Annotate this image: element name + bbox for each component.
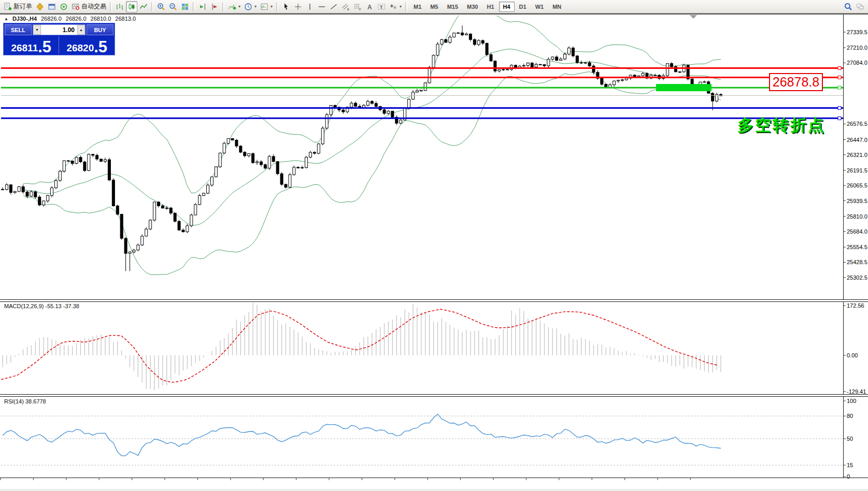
candle: [34, 192, 37, 197]
pane-separator[interactable]: [0, 299, 868, 302]
dropdown-arrow-icon: ▾: [400, 4, 402, 9]
rsi-axis-label: 50: [847, 436, 853, 442]
buy-price[interactable]: 26820.5: [61, 36, 114, 54]
navigator-button[interactable]: [58, 1, 69, 12]
chart-bars-icon: [116, 3, 124, 11]
timeframe-D1[interactable]: D1: [515, 2, 531, 12]
timeframe-H1[interactable]: H1: [482, 2, 498, 12]
candle: [141, 236, 144, 245]
market-watch-button[interactable]: [34, 1, 46, 12]
price-axis[interactable]: 27339.527210.027084.026576.526447.026321…: [844, 15, 868, 478]
sell-button[interactable]: SELL: [5, 24, 32, 35]
price-axis-label: 25302.5: [847, 275, 867, 281]
text-label-button[interactable]: T: [376, 1, 387, 12]
candle: [712, 93, 714, 101]
timeframe-M1[interactable]: M1: [409, 2, 425, 12]
candle: [13, 192, 16, 193]
data-window-button[interactable]: [46, 1, 58, 12]
tile-windows-button[interactable]: [179, 1, 191, 12]
volume-increase-button[interactable]: ▲: [77, 25, 85, 35]
cursor-button[interactable]: [280, 1, 292, 12]
candle: [104, 160, 107, 161]
market-watch-icon: [36, 3, 44, 11]
periods-button[interactable]: ▾: [243, 1, 258, 12]
cycles-button[interactable]: ▾: [388, 1, 403, 12]
equidistant-channel-button[interactable]: E: [340, 1, 351, 12]
auto-scroll-icon: [198, 3, 207, 11]
chart-plot[interactable]: [0, 0, 868, 491]
dropdown-arrow-icon: ▾: [238, 4, 240, 9]
hline-endpoint[interactable]: [838, 76, 841, 79]
candle: [440, 39, 443, 44]
price-annotation-label[interactable]: 26878.8: [769, 73, 823, 91]
autotrading-icon: [72, 3, 80, 11]
chart-candles-button[interactable]: [126, 1, 137, 12]
candle: [461, 33, 464, 35]
text-icon: A: [365, 3, 374, 11]
main-chart-area[interactable]: [1, 4, 843, 275]
price-axis-label: 26065.5: [847, 182, 867, 189]
zoom-out-button[interactable]: [167, 1, 179, 12]
toolbar-separator: [405, 2, 407, 11]
candle: [210, 177, 213, 185]
volume-input[interactable]: [41, 25, 77, 35]
new-order-button[interactable]: 新订单: [2, 1, 34, 12]
fibonacci-button[interactable]: F: [352, 1, 363, 12]
price-axis-label: 25684.0: [847, 228, 867, 235]
time-axis[interactable]: 16 Aug 201920 Aug 00:0021 Aug 08:0022 Au…: [0, 478, 868, 491]
candle: [408, 99, 410, 109]
timeframe-H4[interactable]: H4: [499, 2, 515, 12]
candle: [400, 120, 402, 123]
chart-line-button[interactable]: [138, 1, 149, 12]
volume-decrease-button[interactable]: ▼: [33, 25, 41, 35]
cn-annotation-text[interactable]: 多空转折点: [737, 114, 826, 136]
chart-bars-button[interactable]: [114, 1, 125, 12]
macd-indicator-label: MACD(12,26,9) -55.13 -37.38: [4, 303, 79, 309]
timeframe-W1[interactable]: W1: [531, 2, 548, 12]
zoom-out-icon: [169, 3, 177, 11]
candle: [260, 162, 262, 165]
candle: [375, 104, 377, 107]
zoom-in-button[interactable]: [155, 1, 167, 12]
chart-shift-button[interactable]: [209, 1, 220, 12]
buy-button[interactable]: BUY: [87, 24, 113, 35]
new-order-label: 新订单: [13, 2, 32, 11]
autotrading-button[interactable]: 自动交易: [70, 1, 108, 12]
hline-endpoint[interactable]: [838, 67, 841, 70]
chart-shift-marker[interactable]: [690, 15, 697, 19]
hline-endpoint[interactable]: [838, 117, 841, 120]
vertical-line-button[interactable]: [304, 1, 316, 12]
hline-endpoint[interactable]: [838, 107, 841, 110]
indicators-button[interactable]: ▾: [226, 1, 242, 12]
timeframe-M15[interactable]: M15: [443, 2, 462, 12]
ohlc-open: 26826.0: [41, 16, 62, 22]
candle: [535, 64, 537, 67]
text-button[interactable]: A: [364, 1, 375, 12]
price-axis-label: 27210.0: [847, 45, 867, 51]
data-window-icon: [48, 3, 56, 11]
sell-price[interactable]: 26811.5: [5, 36, 58, 54]
pane-separator[interactable]: [0, 394, 868, 397]
macd-area[interactable]: [1, 302, 721, 390]
macd-axis-label: 172.56: [847, 302, 864, 309]
chat-button[interactable]: [855, 1, 866, 12]
candle: [321, 128, 324, 143]
timeframe-MN[interactable]: MN: [548, 2, 565, 12]
trendline-button[interactable]: [328, 1, 339, 12]
horizontal-line-button[interactable]: [316, 1, 328, 12]
hline-endpoint[interactable]: [838, 86, 841, 89]
collapse-panel-icon[interactable]: ▲: [4, 17, 8, 21]
symbol-search-button[interactable]: [843, 1, 854, 12]
auto-scroll-button[interactable]: [197, 1, 208, 12]
crosshair-button[interactable]: [292, 1, 304, 12]
candle: [186, 226, 189, 232]
candle: [169, 208, 172, 213]
timeframe-M5[interactable]: M5: [426, 2, 442, 12]
highlight-rectangle[interactable]: [656, 84, 712, 91]
templates-button[interactable]: ▾: [259, 1, 274, 12]
candle: [522, 65, 525, 66]
candle: [350, 103, 353, 107]
rsi-area[interactable]: [1, 414, 843, 465]
timeframe-M30[interactable]: M30: [463, 2, 482, 12]
candle: [416, 91, 418, 92]
